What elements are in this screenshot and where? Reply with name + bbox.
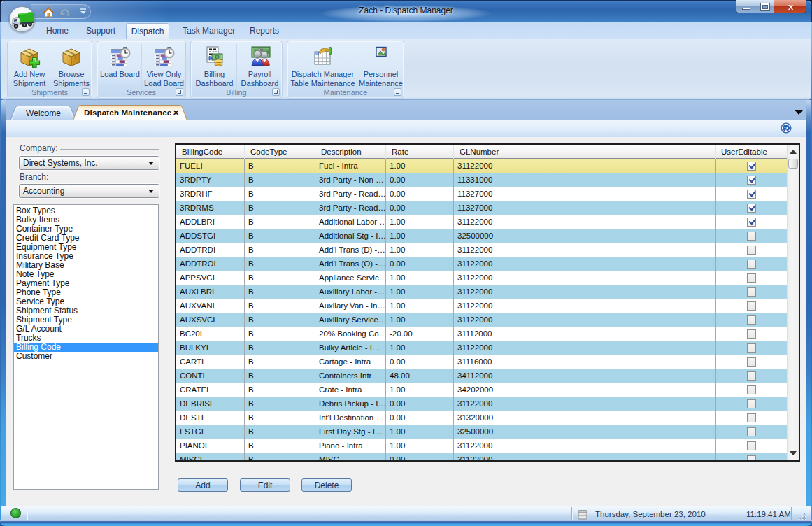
svg-text:?: ? xyxy=(784,125,788,132)
